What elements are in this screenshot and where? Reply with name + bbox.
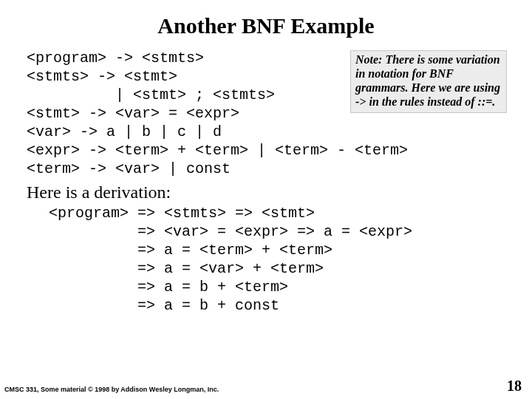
derivation-line: => a = b + const [49, 297, 279, 314]
grammar-block: <program> -> <stmts> <stmts> -> <stmt> |… [27, 49, 505, 178]
derivation-line: => <var> = <expr> => a = <expr> [49, 223, 412, 240]
derivation-line: => a = b + <term> [49, 279, 288, 296]
derivation-heading: Here is a derivation: [27, 183, 505, 202]
slide-content: <program> -> <stmts> <stmts> -> <stmt> |… [0, 49, 532, 315]
note-callout: Note: There is some variation in notatio… [350, 50, 507, 113]
slide-title: Another BNF Example [0, 0, 532, 49]
grammar-line: <var> -> a | b | c | d [27, 123, 222, 140]
derivation-line: => a = <var> + <term> [49, 260, 324, 277]
derivation-lines: <program> => <stmts> => <stmt> => <var> … [27, 204, 505, 315]
footer-credit: CMSC 331, Some material © 1998 by Addiso… [4, 386, 219, 393]
grammar-line: <expr> -> <term> + <term> | <term> - <te… [27, 142, 408, 159]
derivation-line: <program> => <stmts> => <stmt> [49, 205, 315, 222]
slide: Another BNF Example <program> -> <stmts>… [0, 0, 532, 399]
grammar-line: <stmt> -> <var> = <expr> [27, 105, 239, 122]
grammar-line: | <stmt> ; <stmts> [27, 86, 275, 103]
grammar-line: <term> -> <var> | const [27, 160, 231, 177]
grammar-line: <program> -> <stmts> [27, 50, 204, 66]
derivation-line: => a = <term> + <term> [49, 242, 332, 259]
page-number: 18 [507, 378, 522, 395]
grammar-line: <stmts> -> <stmt> [27, 68, 177, 85]
